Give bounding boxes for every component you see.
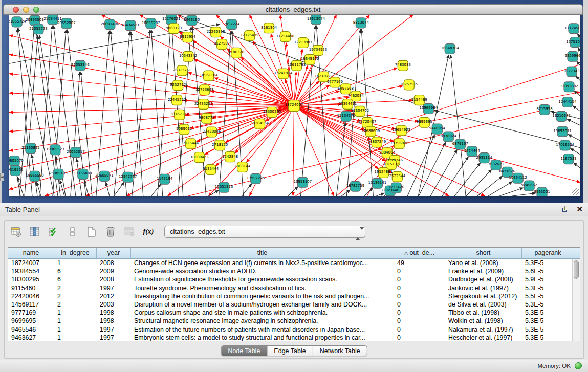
table-toolbar: f(x) citations_edges.txt [9, 224, 365, 240]
svg-text:22420046: 22420046 [203, 129, 221, 134]
checkbox-stack-icon[interactable] [66, 225, 80, 239]
table-cell: 0 [394, 292, 445, 300]
vertical-scrollbar[interactable] [572, 259, 580, 341]
table-cell: Disruption of a novel member of a sodium… [131, 300, 394, 309]
tab-network-table[interactable]: Network Table [313, 346, 367, 356]
svg-text:17957225: 17957225 [247, 176, 265, 180]
table-row[interactable]: 1456911722003Disruption of a novel membe… [8, 300, 572, 309]
network-view-window: citations_edges.txt 21055724208935012103… [3, 4, 583, 199]
svg-text:20052017: 20052017 [67, 150, 85, 154]
table-cell: 9115460 [8, 284, 54, 292]
window-title: citations_edges.txt [4, 6, 582, 13]
column-visibility-icon[interactable] [28, 225, 42, 239]
new-table-icon[interactable] [84, 225, 99, 239]
window-titlebar[interactable]: citations_edges.txt [3, 4, 583, 15]
table-cell: 2008 [97, 259, 131, 267]
tab-edge-table[interactable]: Edge Table [267, 346, 313, 356]
table-row[interactable]: 1938455462009Genome-wide association stu… [8, 267, 572, 275]
table-row[interactable]: 1872400712008Changes of HCN gene express… [8, 259, 572, 267]
svg-text:19965523: 19965523 [46, 147, 64, 151]
float-panel-icon[interactable] [562, 205, 570, 213]
svg-text:9808777: 9808777 [199, 116, 214, 120]
svg-text:10611793: 10611793 [288, 63, 306, 67]
table-row[interactable]: 1830029562008Estimation of significance … [8, 275, 572, 283]
delete-table-icon[interactable] [122, 225, 137, 239]
table-cell: 2 [54, 300, 97, 309]
window-resize-grip[interactable] [572, 188, 579, 195]
table-cell: Yano et al. (2008) [445, 259, 522, 267]
table-cell: Investigating the contribution of common… [131, 292, 394, 300]
table-cell: 1997 [97, 284, 131, 292]
column-header-name[interactable]: name [8, 248, 54, 258]
table-cell: 0 [394, 267, 445, 275]
table-cell: 5.6E-5 [522, 267, 572, 275]
svg-text:7632621: 7632621 [488, 163, 504, 167]
svg-text:9884067: 9884067 [379, 150, 395, 155]
svg-text:15692071: 15692071 [553, 129, 572, 133]
table-settings-icon[interactable] [9, 225, 23, 239]
table-row[interactable]: 969969511998Structural magnetic resonanc… [8, 317, 572, 325]
table-cell: Jankovic et al. (1997) [445, 284, 522, 292]
svg-text:9242848: 9242848 [222, 155, 238, 159]
svg-text:16210727: 16210727 [315, 74, 333, 78]
table-cell: 2003 [97, 300, 131, 309]
table-panel-title: Table Panel [5, 206, 40, 213]
tab-node-table[interactable]: Node Table [221, 346, 267, 356]
table-cell: 0 [394, 284, 445, 292]
table-row[interactable]: 911546021997Tourette syndrome. Phenomeno… [8, 284, 572, 292]
table-cell: Estimation of significance thresholds fo… [131, 275, 394, 283]
column-header-pagerank[interactable]: pagerank [522, 248, 574, 258]
table-cell: 1 [54, 325, 97, 334]
svg-text:8471676: 8471676 [499, 169, 515, 173]
scrollbar-thumb[interactable] [574, 260, 579, 279]
memory-status-indicator[interactable] [575, 362, 582, 369]
svg-text:15134576: 15134576 [337, 114, 356, 118]
left-panel-edge [0, 0, 2, 203]
table-cell: Genome-wide association studies in ADHD. [131, 267, 394, 275]
svg-text:20605071: 20605071 [95, 173, 114, 178]
svg-text:9860123: 9860123 [166, 26, 182, 30]
svg-text:26313751: 26313751 [173, 68, 191, 72]
table-row[interactable]: 946554611997Estimation of the future num… [8, 325, 572, 334]
svg-text:9227343: 9227343 [563, 69, 579, 73]
table-row[interactable]: 946362711997Embryonic stem cells: a mode… [8, 334, 572, 341]
table-cell: 5.5E-5 [522, 292, 572, 300]
table-cell: Nakamura et al. (1997) [445, 325, 522, 334]
table-selector-value: citations_edges.txt [170, 228, 225, 235]
right-panel-edge [583, 0, 588, 203]
svg-text:7462084: 7462084 [348, 94, 364, 98]
network-svg: 2105572420893501210344112055200721055723… [9, 15, 580, 196]
svg-text:18757515: 18757515 [400, 82, 419, 86]
table-selector-dropdown[interactable]: citations_edges.txt [164, 226, 365, 238]
svg-text:9319555: 9319555 [9, 168, 24, 172]
table-cell: 0 [394, 317, 445, 325]
svg-text:20552007: 20552007 [57, 21, 76, 25]
column-header-out_de[interactable]: △out_de... [394, 248, 445, 258]
svg-text:22260358: 22260358 [207, 30, 225, 34]
column-header-in_degree[interactable]: in_degree [54, 248, 97, 258]
column-header-title[interactable]: title [131, 248, 394, 258]
svg-text:6466160: 6466160 [184, 18, 200, 22]
column-header-year[interactable]: year [97, 248, 131, 258]
svg-text:10654112: 10654112 [509, 176, 527, 180]
table-row[interactable]: 977716911998Corpus callosum shape and si… [8, 309, 572, 317]
svg-text:9154469: 9154469 [411, 98, 427, 102]
delete-rows-icon[interactable] [103, 225, 118, 239]
row-select-icon[interactable] [47, 225, 61, 239]
table-row[interactable]: 2242004622012Investigating the contribut… [8, 292, 572, 300]
table-cell: 1 [54, 259, 97, 267]
svg-text:2522544: 2522544 [389, 174, 406, 178]
svg-text:20605070: 20605070 [9, 159, 24, 163]
column-header-short[interactable]: short [445, 248, 522, 258]
network-canvas[interactable]: 2105572420893501210344112055200721055723… [9, 15, 580, 196]
svg-text:19734923: 19734923 [309, 48, 328, 52]
function-builder-icon[interactable]: f(x) [141, 225, 156, 239]
svg-text:2803144: 2803144 [234, 164, 251, 168]
table-cell: 0 [394, 275, 445, 283]
table-cell: 0 [394, 334, 445, 341]
svg-text:10958107: 10958107 [294, 180, 312, 184]
svg-text:13241914: 13241914 [274, 71, 293, 75]
table-cell: 9465546 [8, 325, 54, 334]
svg-text:12753648: 12753648 [195, 87, 214, 92]
close-panel-icon[interactable]: ✕ [576, 205, 583, 213]
